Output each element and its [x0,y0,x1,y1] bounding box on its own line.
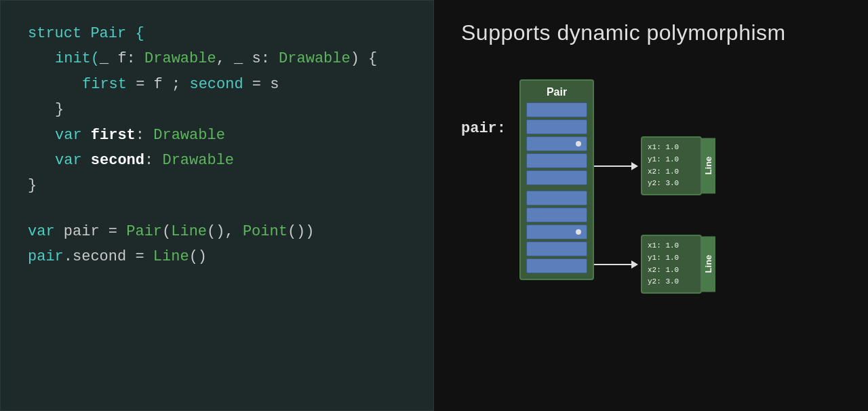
var-first: first [82,76,127,93]
keyword-pair: pair [28,248,64,265]
dot-top [576,141,581,146]
bottom-line-label: Line [701,236,715,292]
dot-bottom [576,229,581,235]
slot-1 [526,102,587,117]
keyword-init: init( [55,50,100,67]
bottom-field-x2: x2: 1.0 [648,265,695,277]
pair-label: pair: [461,120,506,137]
top-arrow-row: x1: 1.0 y1: 1.0 x2: 1.0 y2: 3.0 Line [594,136,702,195]
var-second: second [189,76,243,93]
top-arrow-head [631,162,638,170]
bottom-field-x1: x1: 1.0 [648,240,695,252]
code-spacer [28,199,406,219]
bottom-arrow-head [631,260,638,269]
slot-6 [526,208,587,222]
pair-title: Pair [547,86,567,98]
keyword-struct: struct Pair { [28,25,144,42]
slot-dot-bottom [526,224,587,239]
top-field-x1: x1: 1.0 [648,142,695,154]
code-line-assign: first = f ; second = s [28,72,406,97]
code-line-var-second: var second: Drawable [28,148,406,173]
top-field-x2: x2: 1.0 [648,166,695,178]
code-line-pair: var pair = Pair(Line(), Point()) [28,219,406,244]
slot-2 [526,119,587,134]
slot-5 [526,191,587,206]
code-line-init: init(_ f: Drawable, _ s: Drawable) { [28,46,406,71]
slot-3 [526,153,587,168]
arrows-and-boxes: x1: 1.0 y1: 1.0 x2: 1.0 y2: 3.0 Line x1:… [594,117,702,313]
code-line-close-inner: } [28,97,406,122]
code-line-var-first: var first: Drawable [28,123,406,148]
top-arrow [594,162,638,170]
slot-8 [526,258,587,273]
keyword-var3: var [28,223,64,240]
bottom-arrow-shaft [594,264,631,265]
top-line-box: x1: 1.0 y1: 1.0 x2: 1.0 y2: 3.0 Line [641,136,702,195]
top-arrow-shaft [594,165,631,167]
diagram: pair: Pair [461,79,702,313]
bottom-field-y1: y1: 1.0 [648,252,695,265]
slot-group-bottom [526,191,587,273]
bottom-arrow-row: x1: 1.0 y1: 1.0 x2: 1.0 y2: 3.0 Line [594,235,702,293]
bottom-field-y2: y2: 3.0 [648,276,695,288]
code-line-close-outer: } [28,173,406,198]
keyword-var1: var [55,127,91,144]
top-field-y1: y1: 1.0 [648,154,695,166]
slot-dot-top [526,136,587,151]
top-line-label: Line [701,138,715,193]
slot-4 [526,170,587,185]
keyword-var2: var [55,152,91,169]
slot-7 [526,241,587,256]
code-line-struct: struct Pair { [28,21,406,46]
slot-group-top [526,102,587,185]
top-field-y2: y2: 3.0 [648,178,695,190]
bottom-arrow [594,260,638,269]
bottom-line-box: x1: 1.0 y1: 1.0 x2: 1.0 y2: 3.0 Line [641,235,702,293]
code-panel: struct Pair { init(_ f: Drawable, _ s: D… [0,0,434,411]
code-block: struct Pair { init(_ f: Drawable, _ s: D… [28,21,406,270]
right-panel: Supports dynamic polymorphism pair: Pair [434,0,868,411]
page-title: Supports dynamic polymorphism [461,20,786,45]
code-line-pair-second: pair.second = Line() [28,244,406,269]
pair-box: Pair [519,79,594,280]
